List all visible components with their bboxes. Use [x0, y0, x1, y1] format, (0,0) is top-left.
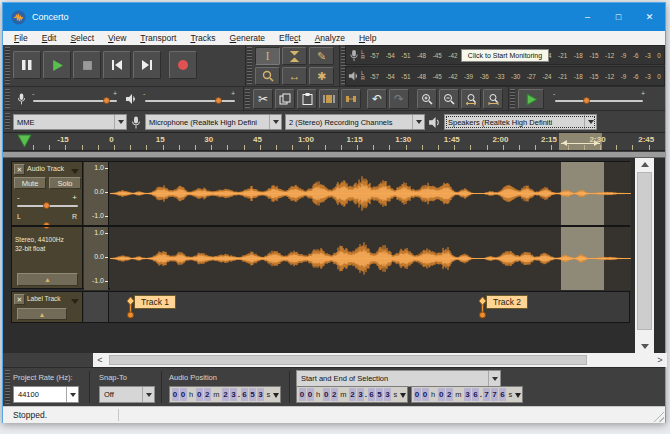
menu-item-view[interactable]: View: [101, 33, 133, 43]
scroll-right-button[interactable]: >: [653, 353, 667, 367]
amplitude-ruler-ch2[interactable]: 1.00.0-1.0: [84, 227, 109, 290]
titlebar[interactable]: Concerto – □ ✕: [3, 3, 665, 31]
time-digit[interactable]: 3: [357, 388, 364, 401]
silence-audio-button[interactable]: [341, 89, 361, 109]
trim-audio-button[interactable]: [319, 89, 339, 109]
mute-button[interactable]: Mute: [14, 177, 46, 189]
playback-speed-slider[interactable]: [555, 100, 643, 102]
play-at-speed-button[interactable]: [518, 89, 544, 109]
playback-device-select[interactable]: Speakers (Realtek High Definiti: [444, 114, 597, 130]
menu-item-transport[interactable]: Transport: [133, 33, 183, 43]
track-name[interactable]: Label Track: [27, 295, 61, 302]
menu-item-help[interactable]: Help: [352, 33, 383, 43]
time-digit[interactable]: 6: [499, 388, 506, 401]
time-digit[interactable]: 2: [349, 388, 356, 401]
time-digit[interactable]: 0: [180, 388, 187, 401]
pinned-play-head-button[interactable]: [17, 134, 32, 148]
time-digit[interactable]: 7: [483, 388, 490, 401]
play-button[interactable]: [43, 51, 71, 79]
menu-item-generate[interactable]: Generate: [223, 33, 272, 43]
undo-button[interactable]: ↶: [367, 89, 387, 109]
horizontal-scrollbar[interactable]: < >: [93, 353, 667, 367]
time-digit[interactable]: 0: [172, 388, 179, 401]
time-digit[interactable]: 6: [368, 388, 375, 401]
time-digit[interactable]: 3: [257, 388, 264, 401]
close-track-button[interactable]: ✕: [14, 294, 25, 305]
toolbar-grip[interactable]: [510, 89, 515, 108]
menu-item-tracks[interactable]: Tracks: [183, 33, 222, 43]
draw-tool-button[interactable]: ✎: [309, 47, 334, 65]
zoom-fit-button[interactable]: [483, 89, 503, 109]
skip-end-button[interactable]: [133, 51, 161, 79]
toolbar-grip[interactable]: [5, 113, 10, 130]
time-digit[interactable]: 2: [204, 388, 211, 401]
snap-to-select[interactable]: Off: [99, 386, 155, 403]
chevron-down-icon[interactable]: [273, 393, 279, 401]
collapse-track-button[interactable]: ▲: [17, 273, 78, 286]
toolbar-grip[interactable]: [247, 47, 252, 84]
resize-grip[interactable]: [653, 411, 664, 422]
time-digit[interactable]: 3: [230, 388, 237, 401]
recording-device-select[interactable]: Microphone (Realtek High Defini: [145, 114, 282, 130]
zoom-in-button[interactable]: [417, 89, 437, 109]
time-digit[interactable]: 5: [249, 388, 256, 401]
toolbar-grip[interactable]: [245, 89, 250, 108]
paste-button[interactable]: [297, 89, 317, 109]
track-name[interactable]: Audio Track: [27, 165, 64, 172]
solo-button[interactable]: Solo: [49, 177, 81, 189]
menu-item-file[interactable]: File: [7, 33, 35, 43]
menu-item-analyze[interactable]: Analyze: [308, 33, 352, 43]
stop-button[interactable]: [73, 51, 101, 79]
timeline-ruler[interactable]: -1501530451:001:151:301:452:002:152:302:…: [3, 133, 665, 151]
zoom-tool-button[interactable]: [255, 67, 280, 85]
close-track-button[interactable]: ✕: [14, 164, 25, 175]
collapse-track-button[interactable]: ▲: [17, 308, 67, 320]
multi-tool-button[interactable]: ✱: [309, 67, 334, 85]
label-chip[interactable]: Track 2: [486, 295, 528, 309]
time-digit[interactable]: 0: [438, 388, 445, 401]
time-digit[interactable]: 0: [196, 388, 203, 401]
time-digit[interactable]: 0: [323, 388, 330, 401]
recording-volume-thumb[interactable]: [103, 97, 110, 104]
chevron-down-icon[interactable]: [400, 393, 406, 401]
vertical-scroll-thumb[interactable]: [637, 172, 652, 330]
selection-tool-button[interactable]: I: [255, 47, 280, 65]
label-track-content[interactable]: Track 1Track 2: [110, 292, 631, 322]
redo-button[interactable]: ↷: [389, 89, 409, 109]
playback-meter[interactable]: LR -57-54-51-48-45-42-39-36-33-30-27-24-…: [345, 66, 665, 86]
time-digit[interactable]: 0: [307, 388, 314, 401]
playback-speed-thumb[interactable]: [583, 97, 590, 104]
time-digit[interactable]: 6: [241, 388, 248, 401]
time-digit[interactable]: 3: [464, 388, 471, 401]
recording-channels-select[interactable]: 2 (Stereo) Recording Channels: [285, 114, 425, 130]
selection-start-field[interactable]: 00h02m23.653s: [296, 386, 408, 403]
waveform-channel-2[interactable]: [110, 227, 631, 290]
label-chip[interactable]: Track 1: [134, 295, 176, 309]
pause-button[interactable]: [13, 51, 41, 79]
toolbar-grip[interactable]: [5, 89, 10, 108]
copy-button[interactable]: [275, 89, 295, 109]
timeshift-tool-button[interactable]: ↔: [282, 67, 307, 85]
time-digit[interactable]: 3: [384, 388, 391, 401]
time-digit[interactable]: 0: [422, 388, 429, 401]
selection-mode-select[interactable]: Start and End of Selection: [296, 370, 501, 387]
zoom-selection-button[interactable]: [461, 89, 481, 109]
time-digit[interactable]: 0: [299, 388, 306, 401]
toolbar-grip[interactable]: [5, 370, 10, 404]
audio-position-field[interactable]: 00h02m23.653s: [169, 386, 281, 403]
time-digit[interactable]: 6: [472, 388, 479, 401]
playback-volume-thumb[interactable]: [215, 97, 222, 104]
time-digit[interactable]: 7: [491, 388, 498, 401]
zoom-out-button[interactable]: [439, 89, 459, 109]
time-digit[interactable]: 2: [222, 388, 229, 401]
envelope-tool-button[interactable]: [282, 47, 307, 65]
scroll-up-button[interactable]: [635, 158, 654, 171]
project-rate-select[interactable]: 44100: [13, 386, 79, 403]
record-button[interactable]: [169, 51, 197, 79]
maximize-button[interactable]: □: [603, 3, 634, 31]
minimize-button[interactable]: –: [572, 3, 603, 31]
scroll-down-button[interactable]: [635, 340, 654, 353]
scroll-left-button[interactable]: <: [93, 353, 107, 367]
vertical-scrollbar[interactable]: [635, 158, 654, 353]
menu-item-select[interactable]: Select: [63, 33, 101, 43]
